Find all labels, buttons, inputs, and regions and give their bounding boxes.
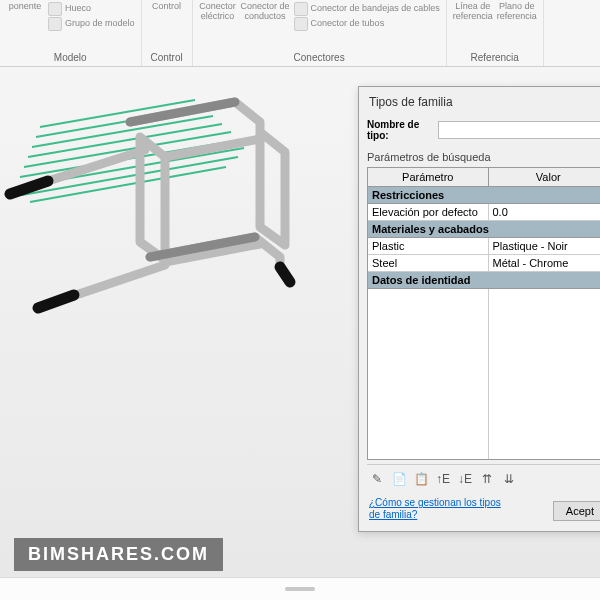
ribbon-group-conectores: Conector eléctrico Conector de conductos… bbox=[193, 0, 447, 66]
sort-desc-icon[interactable]: ↓E bbox=[457, 471, 473, 487]
reference-plane-button[interactable]: Plano de referencia bbox=[497, 2, 537, 22]
svg-line-10 bbox=[38, 295, 74, 308]
accept-button[interactable]: Acept bbox=[553, 501, 600, 521]
move-up-icon[interactable]: ⇈ bbox=[479, 471, 495, 487]
svg-line-11 bbox=[280, 267, 290, 282]
svg-line-8 bbox=[30, 167, 226, 202]
move-down-icon[interactable]: ⇊ bbox=[501, 471, 517, 487]
copy-type-icon[interactable]: 📋 bbox=[413, 471, 429, 487]
ribbon-toolbar: ponente Hueco Grupo de modelo Modelo Con… bbox=[0, 0, 600, 67]
section-restricciones[interactable]: Restricciones bbox=[368, 187, 600, 204]
section-materiales[interactable]: Materiales y acabados bbox=[368, 221, 600, 238]
table-row[interactable]: Elevación por defecto 0.0 bbox=[368, 204, 600, 221]
col-parameter[interactable]: Parámetro bbox=[368, 168, 489, 186]
col-value[interactable]: Valor bbox=[489, 168, 601, 186]
model-group-icon bbox=[48, 17, 62, 31]
svg-line-2 bbox=[32, 116, 213, 147]
help-link[interactable]: ¿Cómo se gestionan los tipos de familia? bbox=[369, 497, 509, 521]
drag-handle-icon[interactable] bbox=[285, 587, 315, 591]
section-identidad[interactable]: Datos de identidad bbox=[368, 272, 600, 289]
pencil-icon[interactable]: ✎ bbox=[369, 471, 385, 487]
cable-tray-connector-button[interactable]: Conector de bandejas de cables bbox=[294, 2, 440, 16]
search-params-label: Parámetros de búsqueda bbox=[367, 149, 600, 167]
parameters-grid[interactable]: Parámetro Valor Restricciones Elevación … bbox=[367, 167, 600, 460]
watermark: BIMSHARES.COM bbox=[14, 538, 223, 571]
cable-tray-icon bbox=[294, 2, 308, 16]
electrical-connector-button[interactable]: Conector eléctrico bbox=[199, 2, 237, 22]
type-name-label: Nombre de tipo: bbox=[367, 119, 430, 141]
duct-connector-button[interactable]: Conector de conductos bbox=[241, 2, 290, 22]
type-name-input[interactable] bbox=[438, 121, 600, 139]
table-row[interactable]: Plastic Plastique - Noir bbox=[368, 238, 600, 255]
reference-line-button[interactable]: Línea de referencia bbox=[453, 2, 493, 22]
new-type-icon[interactable]: 📄 bbox=[391, 471, 407, 487]
component-button[interactable]: ponente bbox=[6, 2, 44, 12]
dialog-title: Tipos de familia bbox=[359, 87, 600, 115]
hollow-icon bbox=[48, 2, 62, 16]
model-group-button[interactable]: Grupo de modelo bbox=[48, 17, 135, 31]
control-button[interactable]: Control bbox=[148, 2, 186, 12]
hollow-button[interactable]: Hueco bbox=[48, 2, 135, 16]
ribbon-group-modelo: ponente Hueco Grupo de modelo Modelo bbox=[0, 0, 142, 66]
pipe-connector-button[interactable]: Conector de tubos bbox=[294, 17, 440, 31]
status-bar bbox=[0, 577, 600, 600]
model-preview bbox=[0, 67, 360, 407]
table-row[interactable]: Steel Métal - Chrome bbox=[368, 255, 600, 272]
dialog-toolbar: ✎ 📄 📋 ↑E ↓E ⇈ ⇊ bbox=[367, 464, 600, 493]
ribbon-group-control: Control Control bbox=[142, 0, 193, 66]
ribbon-group-referencia: Línea de referencia Plano de referencia … bbox=[447, 0, 544, 66]
family-types-dialog: Tipos de familia Nombre de tipo: Parámet… bbox=[358, 86, 600, 532]
sort-asc-icon[interactable]: ↑E bbox=[435, 471, 451, 487]
grid-empty-area bbox=[368, 289, 600, 459]
pipe-icon bbox=[294, 17, 308, 31]
